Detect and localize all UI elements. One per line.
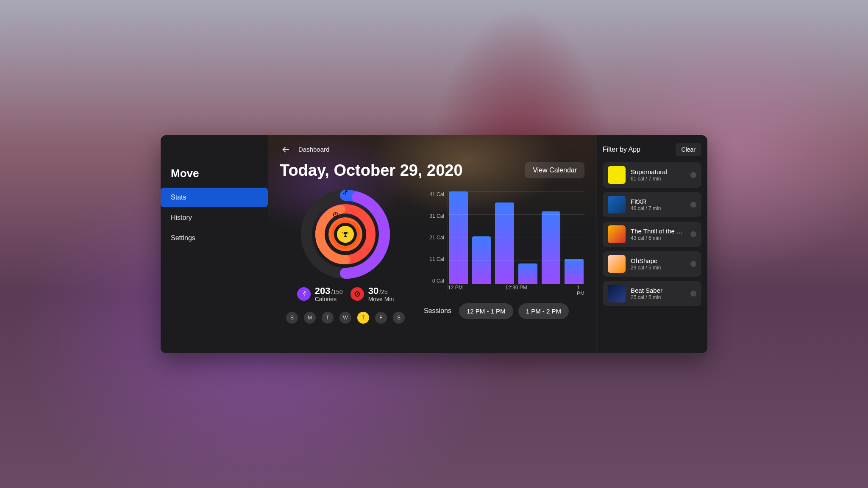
chart-bar — [472, 236, 491, 284]
grid-line — [448, 261, 584, 261]
app-name: The Thrill of the Fi... — [631, 227, 685, 235]
chart-bar — [542, 211, 561, 283]
back-button[interactable] — [280, 144, 292, 155]
chart-column: 41 Cal31 Cal21 Cal11 Cal0 Cal 12 PM12:30… — [424, 190, 584, 324]
app-sub: 25 cal / 5 min — [631, 294, 685, 300]
chart-bar — [565, 259, 584, 283]
stats-row: 203/150 Calories 30/25 Move Min — [297, 286, 394, 302]
sessions-row: Sessions 12 PM - 1 PM1 PM - 2 PM — [424, 303, 584, 319]
filter-header: Filter by App Clear — [603, 143, 701, 156]
app-info: Supernatural61 cal / 7 min — [631, 168, 685, 182]
breadcrumb: Dashboard — [298, 146, 329, 153]
rings-column: 203/150 Calories 30/25 Move Min — [280, 190, 411, 324]
clock-icon — [333, 212, 339, 219]
radio-icon[interactable] — [690, 202, 696, 208]
day-4[interactable]: T — [357, 312, 369, 324]
y-axis: 41 Cal31 Cal21 Cal11 Cal0 Cal — [424, 191, 448, 293]
app-filter-item[interactable]: OhShape29 cal / 5 min — [603, 251, 701, 277]
app-name: Supernatural — [631, 168, 685, 175]
grid-line — [448, 214, 584, 215]
app-thumbnail — [608, 255, 626, 273]
calories-label: Calories — [315, 296, 343, 302]
body-row: 203/150 Calories 30/25 Move Min — [280, 190, 584, 324]
app-thumbnail — [608, 285, 626, 302]
app-thumbnail — [608, 196, 626, 214]
trophy-icon — [342, 230, 349, 238]
app-sub: 46 cal / 7 min — [631, 205, 685, 211]
app-thumbnail — [608, 166, 626, 184]
nav-list: StatsHistorySettings — [161, 188, 268, 248]
runner-icon — [342, 189, 349, 198]
chart-bar — [518, 263, 537, 284]
app-sub: 61 cal / 7 min — [631, 176, 685, 182]
session-pill[interactable]: 12 PM - 1 PM — [459, 303, 513, 319]
session-pill[interactable]: 1 PM - 2 PM — [518, 303, 569, 319]
app-sub: 29 cal / 5 min — [631, 265, 685, 271]
svg-rect-12 — [345, 235, 346, 236]
day-6[interactable]: S — [393, 312, 405, 324]
nav-item-stats[interactable]: Stats — [161, 188, 268, 207]
day-3[interactable]: W — [339, 312, 351, 324]
movemin-stat: 30/25 Move Min — [351, 286, 394, 302]
y-tick: 0 Cal — [432, 278, 444, 284]
app-panel: Move StatsHistorySettings Dashboard Toda… — [161, 135, 707, 353]
radio-icon[interactable] — [690, 291, 696, 297]
y-tick: 21 Cal — [429, 235, 444, 241]
clear-button[interactable]: Clear — [676, 143, 701, 156]
x-tick: 12:30 PM — [505, 285, 527, 291]
grid-line — [448, 284, 584, 284]
app-filter-item[interactable]: Supernatural61 cal / 7 min — [603, 162, 701, 188]
movemin-value: 30 — [368, 286, 378, 296]
clock-icon — [351, 287, 364, 301]
view-calendar-button[interactable]: View Calendar — [525, 162, 584, 178]
day-1[interactable]: M — [304, 312, 316, 324]
session-pills: 12 PM - 1 PM1 PM - 2 PM — [459, 303, 569, 319]
radio-icon[interactable] — [690, 231, 696, 237]
svg-rect-13 — [344, 236, 347, 237]
app-name: OhShape — [631, 257, 685, 264]
y-tick: 11 Cal — [429, 256, 444, 262]
app-filter-item[interactable]: Beat Saber25 cal / 5 min — [603, 281, 701, 306]
radio-icon[interactable] — [690, 261, 696, 267]
back-icon — [281, 145, 290, 154]
bar-chart: 12 PM12:30 PM1 PM — [448, 191, 584, 293]
trophy-badge — [337, 226, 354, 243]
movemin-label: Move Min — [368, 296, 394, 302]
app-info: The Thrill of the Fi...43 cal / 6 min — [631, 227, 685, 241]
x-axis: 12 PM12:30 PM1 PM — [448, 285, 584, 293]
app-thumbnail — [608, 225, 626, 243]
app-name: FitXR — [631, 198, 685, 205]
radio-icon[interactable] — [690, 172, 696, 178]
week-row: SMTWTFS — [286, 312, 405, 324]
sessions-label: Sessions — [424, 307, 451, 315]
calories-goal: /150 — [331, 288, 342, 295]
svg-point-14 — [304, 291, 306, 292]
filter-title: Filter by App — [603, 146, 640, 153]
app-filter-item[interactable]: FitXR46 cal / 7 min — [603, 192, 701, 217]
activity-rings — [301, 190, 390, 279]
app-info: FitXR46 cal / 7 min — [631, 198, 685, 211]
runner-icon — [297, 287, 311, 301]
app-filter-item[interactable]: The Thrill of the Fi...43 cal / 6 min — [603, 222, 701, 247]
day-2[interactable]: T — [322, 312, 334, 324]
nav-item-settings[interactable]: Settings — [161, 228, 268, 248]
main-header: Dashboard — [280, 144, 584, 155]
y-tick: 41 Cal — [429, 191, 444, 197]
date-row: Today, October 29, 2020 View Calendar — [280, 161, 584, 180]
nav-item-history[interactable]: History — [161, 208, 268, 227]
calories-value: 203 — [315, 286, 331, 296]
svg-point-10 — [346, 189, 348, 191]
app-info: Beat Saber25 cal / 5 min — [631, 287, 685, 300]
app-title: Move — [161, 167, 268, 188]
chart-area: 41 Cal31 Cal21 Cal11 Cal0 Cal 12 PM12:30… — [424, 191, 584, 293]
x-tick: 1 PM — [577, 285, 584, 297]
date-title: Today, October 29, 2020 — [280, 161, 463, 180]
day-0[interactable]: S — [286, 312, 298, 324]
main-content: Dashboard Today, October 29, 2020 View C… — [268, 135, 596, 353]
day-5[interactable]: F — [375, 312, 387, 324]
grid-line — [448, 191, 584, 192]
app-sub: 43 cal / 6 min — [631, 235, 685, 241]
x-tick: 12 PM — [448, 285, 463, 291]
movemin-goal: /25 — [379, 288, 387, 295]
app-info: OhShape29 cal / 5 min — [631, 257, 685, 271]
